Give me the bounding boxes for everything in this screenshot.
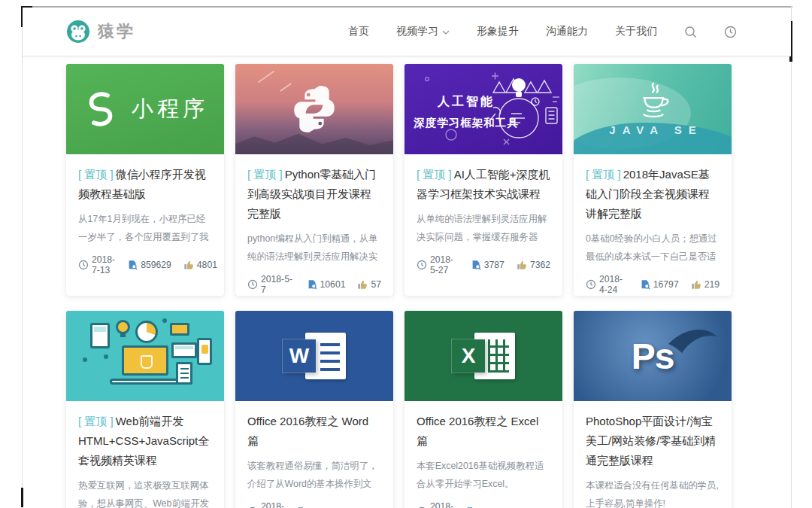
likes-value: 219 <box>704 279 720 290</box>
views-stat: 16797 <box>640 279 679 290</box>
laptop-base <box>110 379 182 385</box>
date-stat: 2018-5-27 <box>417 254 459 275</box>
pinned-badge: [ 置顶 ] <box>78 415 114 427</box>
ai-thumbnail-text: 人工智能 深度学习框架和工具 <box>409 94 523 130</box>
course-card: 小程序 [ 置顶 ]微信小程序开发视频教程基础版 从17年1月到现在，小程序已经… <box>66 64 224 296</box>
views-stat: 3787 <box>471 260 504 270</box>
views-icon <box>307 279 317 290</box>
course-card: X Office 2016教程之 Excel 篇 本套Excel2016基础视频… <box>404 311 562 508</box>
miniprogram-icon <box>82 90 120 128</box>
ai-title-line2: 深度学习框架和工具 <box>409 116 523 130</box>
date-stat: 2018-5-7 <box>247 274 295 295</box>
clock-icon <box>586 279 596 290</box>
likes-stat: 219 <box>691 279 720 290</box>
word-logo-icon: W <box>283 333 346 379</box>
nav-item-image-improvement[interactable]: 形象提升 <box>477 25 519 38</box>
thumbs-up-icon <box>691 279 701 290</box>
date-stat: 2018-7-16 <box>417 501 453 508</box>
card-thumbnail-miniprogram[interactable]: 小程序 <box>66 64 224 154</box>
date-stat: 2018-4-24 <box>586 274 628 295</box>
card-thumbnail-python[interactable] <box>235 64 393 154</box>
nav-label: 形象提升 <box>477 25 519 38</box>
views-icon <box>127 260 138 270</box>
thumbs-up-icon <box>183 260 194 270</box>
thumbs-up-icon <box>517 260 527 270</box>
card-title[interactable]: PhotoShop平面设计/淘宝美工/网站装修/零基础到精通完整版课程 <box>586 412 720 470</box>
card-title-text: Office 2016教程之 Excel 篇 <box>417 415 538 447</box>
dot-decoration <box>162 318 167 323</box>
history-button[interactable] <box>724 26 737 38</box>
views-stat: 859629 <box>127 260 171 270</box>
lightbulb-icon <box>116 320 130 334</box>
nav-label: 视频学习 <box>396 25 438 38</box>
clock-icon <box>417 260 427 270</box>
smartphone-icon <box>197 338 212 365</box>
pinned-badge: [ 置顶 ] <box>247 168 283 181</box>
nav-item-communication[interactable]: 沟通能力 <box>546 25 588 38</box>
document-icon <box>176 362 192 385</box>
nav-item-home[interactable]: 首页 <box>348 25 369 38</box>
card-thumbnail-excel[interactable]: X <box>404 311 562 401</box>
date-value: 2018-7-16 <box>261 501 284 508</box>
excel-tile: X <box>452 339 485 373</box>
search-button[interactable] <box>684 26 697 38</box>
card-title[interactable]: [ 置顶 ]Python零基础入门到高级实战项目开发课程完整版 <box>247 165 381 224</box>
nav-label: 沟通能力 <box>546 25 588 38</box>
card-thumbnail-word[interactable]: W <box>235 311 393 401</box>
nav-item-about-us[interactable]: 关于我们 <box>615 25 657 38</box>
spreadsheet-grid <box>488 339 509 373</box>
views-value: 859629 <box>141 260 171 270</box>
views-icon <box>640 279 650 290</box>
brand-logo[interactable]: 猿学 <box>66 20 135 44</box>
card-description: 从单纯的语法理解到灵活应用解决实际问题，掌握缓存服务器Redis的应用，能独 <box>417 210 550 246</box>
card-description: python编程从入门到精通，从单纯的语法理解到灵活应用解决实际问题! 适合0基… <box>247 230 381 266</box>
document-lines <box>320 341 340 371</box>
card-description: 本套Excel2016基础视频教程适合从零开始学习Excel。Excel2016… <box>417 457 550 493</box>
word-tile: W <box>283 339 316 373</box>
course-card: JAVA SE [ 置顶 ]2018年JavaSE基础入门阶段全套视频课程讲解完… <box>574 64 732 296</box>
pinned-badge: [ 置顶 ] <box>586 168 621 181</box>
dot-decoration <box>104 354 108 359</box>
clock-icon <box>724 26 737 38</box>
top-navbar: 猿学 首页 视频学习 形象提升 沟通能力 关于我们 <box>23 8 791 56</box>
card-description: 热爱互联网，追求极致互联网体验，想从事网页、Web前端开发的学员，课程融合 <box>78 476 212 508</box>
card-title[interactable]: Office 2016教程之 Excel 篇 <box>417 412 550 451</box>
calculator-icon <box>90 323 110 348</box>
views-icon <box>471 260 481 270</box>
card-title[interactable]: [ 置顶 ]AI人工智能+深度机器学习框架技术实战课程 <box>417 165 550 204</box>
card-thumbnail-ai[interactable]: 人工智能 深度学习框架和工具 <box>404 64 562 154</box>
chevron-down-icon <box>442 30 450 35</box>
window-frame-left <box>22 6 23 508</box>
laptop-icon <box>122 345 168 376</box>
course-card: Ps PhotoShop平面设计/淘宝美工/网站装修/零基础到精通完整版课程 本… <box>574 311 732 508</box>
course-grid: 小程序 [ 置顶 ]微信小程序开发视频教程基础版 从17年1月到现在，小程序已经… <box>66 64 732 508</box>
search-icon <box>684 26 697 38</box>
card-title[interactable]: [ 置顶 ]Web前端开发HTML+CSS+JavaScript全套视频精英课程 <box>78 412 212 470</box>
date-value: 2018-5-7 <box>261 274 295 295</box>
brand-name: 猿学 <box>98 20 135 43</box>
pie-chart-icon <box>135 321 158 343</box>
card-stats: 2018-7-13 859629 4801 <box>78 254 212 276</box>
course-card: [ 置顶 ]Python零基础入门到高级实战项目开发课程完整版 python编程… <box>235 64 393 296</box>
meteor-decoration <box>258 71 274 84</box>
nav-label: 关于我们 <box>615 25 657 38</box>
card-title[interactable]: [ 置顶 ]微信小程序开发视频教程基础版 <box>78 165 212 204</box>
views-value: 10601 <box>320 279 346 290</box>
date-value: 2018-7-16 <box>430 501 453 508</box>
excel-logo-icon: X <box>452 333 515 379</box>
card-title[interactable]: [ 置顶 ]2018年JavaSE基础入门阶段全套视频课程讲解完整版 <box>586 165 720 224</box>
card-thumbnail-photoshop[interactable]: Ps <box>574 311 732 401</box>
nav-item-video-learning[interactable]: 视频学习 <box>396 25 450 38</box>
card-title[interactable]: Office 2016教程之 Word 篇 <box>247 412 381 451</box>
likes-value: 7362 <box>530 260 550 270</box>
card-thumbnail-java[interactable]: JAVA SE <box>574 64 732 154</box>
nav-label: 首页 <box>348 25 369 38</box>
main-nav: 首页 视频学习 形象提升 沟通能力 关于我们 <box>348 25 791 38</box>
views-stat: 10601 <box>307 279 346 290</box>
clock-icon <box>78 260 89 270</box>
webdev-illustration <box>66 311 224 401</box>
date-value: 2018-7-13 <box>92 254 115 275</box>
card-title-text: Office 2016教程之 Word 篇 <box>247 415 368 447</box>
card-thumbnail-webdev[interactable] <box>66 311 224 401</box>
card-stats: 2018-4-24 16797 219 <box>586 273 720 296</box>
